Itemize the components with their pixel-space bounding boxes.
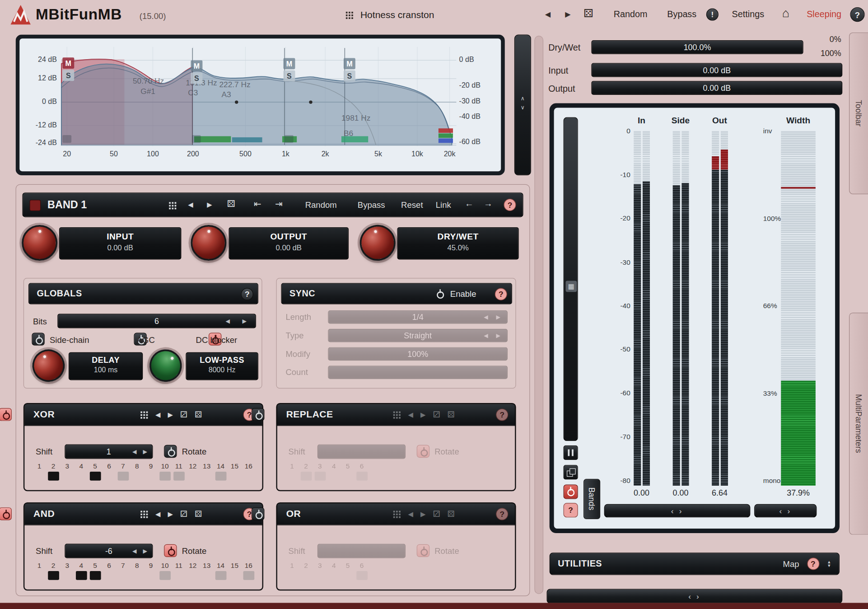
bit-cell[interactable] bbox=[159, 472, 171, 481]
shift-slider[interactable] bbox=[317, 543, 406, 558]
increment-icon[interactable]: ▶ bbox=[496, 314, 500, 320]
detach-button[interactable] bbox=[564, 465, 578, 479]
input-knob[interactable] bbox=[22, 225, 57, 261]
shift-slider[interactable]: -6 ◀ ▶ bbox=[65, 543, 153, 558]
bit-cell[interactable] bbox=[34, 472, 45, 481]
bit-cell[interactable] bbox=[356, 571, 368, 580]
shift-slider[interactable]: 1 ◀ ▶ bbox=[65, 445, 153, 459]
panel-splitter[interactable] bbox=[534, 36, 543, 594]
zoom-slider-handle[interactable]: ▦ bbox=[566, 281, 577, 292]
drywet-value-panel[interactable]: DRY/WET 45.0% bbox=[397, 227, 518, 260]
dice-icon[interactable]: ⚂ bbox=[180, 509, 187, 519]
analyzer-sidebar-toggle[interactable]: ∧ ∨ bbox=[514, 35, 531, 175]
presets-grid-icon[interactable] bbox=[141, 411, 148, 418]
bit-cell[interactable] bbox=[173, 472, 185, 481]
toolbar-tab[interactable]: Toolbar bbox=[849, 33, 868, 194]
bit-cell[interactable] bbox=[145, 571, 157, 580]
bit-cell[interactable] bbox=[117, 472, 129, 481]
delay-knob[interactable] bbox=[27, 344, 70, 387]
rotate-toggle[interactable] bbox=[417, 544, 429, 557]
sync-type-selector[interactable]: Straight ◀ ▶ bbox=[328, 329, 508, 342]
bit-cell[interactable] bbox=[89, 472, 101, 481]
side-toggle[interactable]: S bbox=[344, 70, 355, 82]
band-link-button[interactable]: Link bbox=[436, 200, 451, 209]
increment-icon[interactable]: ▶ bbox=[143, 548, 148, 554]
sync-count-slider[interactable] bbox=[328, 365, 508, 379]
meter-help-button[interactable]: ? bbox=[564, 503, 578, 517]
decrement-icon[interactable]: ◀ bbox=[132, 449, 137, 455]
map-button[interactable]: Map bbox=[783, 559, 799, 568]
bits-increment-icon[interactable]: ▶ bbox=[242, 318, 247, 324]
multiparameters-tab[interactable]: MultiParameters bbox=[849, 313, 868, 535]
bit-cell[interactable] bbox=[286, 472, 298, 481]
bottom-scrollbar[interactable]: ‹ › bbox=[547, 589, 843, 604]
bit-cell[interactable] bbox=[300, 472, 312, 481]
decrement-icon[interactable]: ◀ bbox=[484, 314, 488, 320]
bit-cell[interactable] bbox=[314, 472, 326, 481]
next-preset-icon[interactable]: ▶ bbox=[207, 201, 212, 209]
bits-slider[interactable]: 6 ◀ ▶ bbox=[57, 314, 256, 328]
bit-cell[interactable] bbox=[48, 571, 59, 580]
undo-icon[interactable]: ◀ bbox=[545, 10, 551, 19]
random-button[interactable]: Random bbox=[614, 9, 648, 19]
redo-icon[interactable]: ▶ bbox=[565, 10, 570, 19]
copy-out-icon[interactable]: ⇥ bbox=[275, 199, 283, 209]
dice-icon[interactable]: ⚄ bbox=[227, 198, 235, 210]
bit-cell[interactable] bbox=[328, 472, 340, 481]
settings-button[interactable]: Settings bbox=[732, 9, 764, 19]
mid-toggle[interactable]: M bbox=[62, 57, 74, 69]
decrement-icon[interactable]: ◀ bbox=[132, 548, 137, 554]
shift-slider[interactable] bbox=[317, 445, 406, 459]
bit-cell[interactable] bbox=[229, 571, 240, 580]
delay-value-panel[interactable]: DELAY 100 ms bbox=[69, 352, 143, 380]
utilities-bar[interactable]: UTILITIES Map ? ▲ ▼ bbox=[550, 553, 840, 575]
sync-help-button[interactable]: ? bbox=[495, 288, 507, 300]
lowpass-value-panel[interactable]: LOW-PASS 8000 Hz bbox=[186, 352, 258, 380]
increment-icon[interactable]: ▶ bbox=[143, 449, 148, 455]
bit-cell[interactable] bbox=[103, 472, 115, 481]
band-color-swatch[interactable] bbox=[29, 200, 41, 211]
pause-button[interactable] bbox=[564, 445, 578, 460]
output-knob[interactable] bbox=[191, 225, 226, 261]
bits-decrement-icon[interactable]: ◀ bbox=[225, 318, 230, 324]
mid-toggle[interactable]: M bbox=[344, 58, 355, 69]
bit-cell[interactable] bbox=[173, 571, 185, 580]
bit-cell[interactable] bbox=[75, 472, 87, 481]
bit-cell[interactable] bbox=[328, 571, 340, 580]
bit-cell[interactable] bbox=[48, 472, 59, 481]
bit-cell[interactable] bbox=[286, 571, 298, 580]
warning-icon[interactable]: ! bbox=[706, 9, 719, 21]
rotate-toggle[interactable] bbox=[164, 445, 177, 458]
next-band-icon[interactable]: → bbox=[484, 199, 493, 209]
bit-cell[interactable] bbox=[229, 472, 240, 481]
utilities-help-button[interactable]: ? bbox=[807, 557, 819, 570]
mid-toggle[interactable]: M bbox=[283, 58, 295, 69]
mid-toggle[interactable]: M bbox=[191, 60, 202, 71]
next-preset-icon[interactable]: ▶ bbox=[168, 510, 173, 518]
bit-cell[interactable] bbox=[159, 571, 171, 580]
band-random-button[interactable]: Random bbox=[305, 200, 337, 209]
expand-collapse-icon[interactable]: ▲ ▼ bbox=[827, 560, 831, 567]
prev-preset-icon[interactable]: ◀ bbox=[155, 510, 160, 518]
rotate-toggle[interactable] bbox=[164, 544, 177, 557]
sidechain-toggle[interactable] bbox=[32, 333, 44, 345]
bit-cell[interactable] bbox=[356, 472, 368, 481]
side-toggle[interactable]: S bbox=[191, 73, 202, 84]
prev-preset-icon[interactable]: ◀ bbox=[155, 411, 160, 418]
band-reset-button[interactable]: Reset bbox=[401, 200, 423, 209]
bit-cell[interactable] bbox=[131, 571, 143, 580]
bit-cell[interactable] bbox=[145, 472, 157, 481]
bit-cell[interactable] bbox=[215, 571, 226, 580]
bit-cell[interactable] bbox=[342, 472, 354, 481]
operator-power-button[interactable] bbox=[0, 507, 12, 520]
presets-grid-icon[interactable] bbox=[141, 511, 148, 518]
output-value-panel[interactable]: OUTPUT 0.00 dB bbox=[229, 227, 349, 260]
increment-icon[interactable]: ▶ bbox=[496, 333, 500, 339]
decrement-icon[interactable]: ◀ bbox=[484, 333, 488, 339]
sleeping-status[interactable]: Sleeping bbox=[807, 9, 841, 19]
prev-preset-icon[interactable]: ◀ bbox=[188, 201, 193, 209]
side-toggle[interactable]: S bbox=[283, 70, 295, 82]
bit-cell[interactable] bbox=[243, 571, 254, 580]
bit-cell[interactable] bbox=[103, 571, 115, 580]
home-icon[interactable]: ⌂ bbox=[782, 6, 789, 21]
